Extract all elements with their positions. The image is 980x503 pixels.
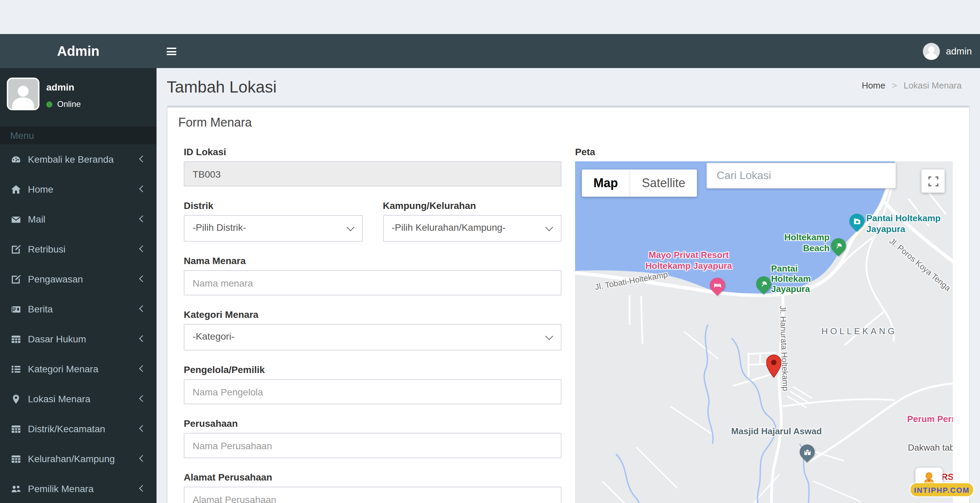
newspaper-icon xyxy=(11,304,21,314)
chevron-left-icon xyxy=(139,335,146,342)
navbar-username: admin xyxy=(946,46,972,56)
mosque-pin-icon[interactable] xyxy=(797,441,818,463)
sidebar-item-distrik-kecamatan[interactable]: Distrik/Kecamatan xyxy=(0,414,156,444)
sidebar-item-mail[interactable]: Mail xyxy=(0,204,156,234)
content-header: Tambah Lokasi Home > Lokasi Menara xyxy=(156,68,980,97)
satellite-view-button[interactable]: Satellite xyxy=(630,169,697,197)
brand-logo[interactable]: Admin xyxy=(0,34,156,68)
sidebar-item-kembali-ke-beranda[interactable]: Kembali ke Beranda xyxy=(0,144,156,174)
alamat-label: Alamat Perusahaan xyxy=(184,472,562,482)
pegman-icon xyxy=(926,472,932,479)
online-status-icon xyxy=(46,101,52,107)
page-title: Tambah Lokasi xyxy=(167,78,970,97)
chevron-left-icon xyxy=(139,425,146,432)
map-search xyxy=(706,163,896,189)
sidebar-item-berita[interactable]: Berita xyxy=(0,294,156,324)
sidebar-item-lokasi-menara[interactable]: Lokasi Menara xyxy=(0,384,156,414)
sidebar-item-home[interactable]: Home xyxy=(0,174,156,204)
perusahaan-label: Perusahaan xyxy=(184,418,562,429)
poi-pantai-holtekamp-jayapura-label[interactable]: Pantai HoltekampJayapura xyxy=(866,213,940,235)
chevron-left-icon xyxy=(139,275,146,282)
poi-pantai-holtekam-label[interactable]: PantaiHoltekamJayapura xyxy=(771,263,811,294)
locality-label-hollekang: HOLLEKANG xyxy=(821,326,897,337)
kampung-select[interactable]: -Pilih Kelurahan/Kampung- xyxy=(383,215,562,242)
chevron-left-icon xyxy=(139,305,146,312)
poi-holtekamp-beach-label[interactable]: HoltekampBeach xyxy=(768,232,830,254)
home-icon xyxy=(11,184,21,194)
map-column: Peta xyxy=(568,146,959,503)
nama-menara-field[interactable] xyxy=(184,270,562,295)
sidebar-avatar xyxy=(7,78,40,110)
breadcrumb-separator: > xyxy=(892,80,897,91)
sidebar-item-kelurahan-kampung[interactable]: Kelurahan/Kampung xyxy=(0,444,156,474)
map-view-button[interactable]: Map xyxy=(582,169,630,197)
breadcrumb-home-link[interactable]: Home xyxy=(862,80,885,91)
map-type-control: Map Satellite xyxy=(582,169,697,197)
table-icon xyxy=(11,334,21,344)
nama-menara-label: Nama Menara xyxy=(184,255,562,266)
map-marker-icon xyxy=(11,394,21,404)
table-icon xyxy=(11,424,21,434)
location-marker-icon[interactable] xyxy=(766,355,781,378)
chevron-left-icon xyxy=(139,455,146,462)
form-box-title: Form Menara xyxy=(167,108,969,138)
navbar-user-menu[interactable]: admin xyxy=(923,34,972,68)
sidebar-user-status: Online xyxy=(46,99,81,109)
main-content: Tambah Lokasi Home > Lokasi Menara Form … xyxy=(156,68,980,503)
edit-icon xyxy=(11,274,21,284)
sidebar-item-dasar-hukum[interactable]: Dasar Hukum xyxy=(0,324,156,354)
poi-dakwah-label[interactable]: Dakwah tab xyxy=(908,443,953,453)
sidebar-user-name: admin xyxy=(46,82,74,92)
chevron-left-icon xyxy=(139,485,146,492)
pengelola-label: Pengelola/Pemilik xyxy=(184,364,562,375)
navbar: Admin admin xyxy=(0,34,980,68)
admin-page: Admin admin admin Online Menu Kembali ke… xyxy=(0,0,980,503)
kategori-label: Kategori Menara xyxy=(184,309,562,320)
sidebar-item-retribusi[interactable]: Retribusi xyxy=(0,234,156,264)
users-icon xyxy=(11,484,21,494)
id-lokasi-field xyxy=(184,161,562,186)
fullscreen-icon xyxy=(928,176,938,186)
breadcrumb-current: Lokasi Menara xyxy=(904,80,962,91)
id-lokasi-label: ID Lokasi xyxy=(184,146,562,157)
search-input[interactable] xyxy=(706,163,896,189)
list-icon xyxy=(11,364,21,374)
hamburger-icon xyxy=(167,48,176,49)
distrik-select[interactable]: -Pilih Distrik- xyxy=(184,215,363,242)
chevron-left-icon xyxy=(139,245,146,252)
form-box: Form Menara ID Lokasi Distrik -Pilih Dis… xyxy=(167,105,970,503)
sidebar-item-pengawasan[interactable]: Pengawasan xyxy=(0,264,156,294)
pengelola-field[interactable] xyxy=(184,379,562,404)
sidebar: admin Online Menu Kembali ke Beranda Hom… xyxy=(0,68,156,503)
fullscreen-button[interactable] xyxy=(921,169,945,193)
map-canvas[interactable]: Map Satellite Mayo Pri xyxy=(575,161,953,503)
breadcrumb: Home > Lokasi Menara xyxy=(862,80,962,91)
sidebar-item-kategori-menara[interactable]: Kategori Menara xyxy=(0,354,156,384)
chevron-left-icon xyxy=(139,365,146,372)
chevron-left-icon xyxy=(139,156,146,162)
form-column: ID Lokasi Distrik -Pilih Distrik- xyxy=(177,146,568,503)
intiphp-watermark: INTIPHP.COM xyxy=(911,483,973,496)
poi-perum-label[interactable]: Perum Pern xyxy=(907,414,953,425)
dashboard-icon xyxy=(11,154,21,164)
sidebar-user-panel: admin Online xyxy=(0,68,156,127)
hotel-pin-icon[interactable] xyxy=(707,275,728,296)
poi-masjid-label[interactable]: Masjid Hajarul Aswad xyxy=(715,426,838,437)
chevron-left-icon xyxy=(139,185,146,192)
sidebar-toggle-button[interactable] xyxy=(156,34,188,68)
poi-mayo-resort-label[interactable]: Mayo Privat ResortHoltekamp Jayapura xyxy=(627,250,750,272)
beach-pin-icon[interactable] xyxy=(828,235,849,256)
sidebar-item-pemilik-menara[interactable]: Pemilik Menara xyxy=(0,474,156,503)
edit-icon xyxy=(11,244,21,254)
perusahaan-field[interactable] xyxy=(184,433,562,458)
distrik-label: Distrik xyxy=(184,200,363,211)
photo-spot-pin-icon[interactable] xyxy=(846,211,867,232)
kampung-label: Kampung/Kelurahan xyxy=(383,200,562,211)
chevron-left-icon xyxy=(139,395,146,402)
peta-label: Peta xyxy=(575,146,953,157)
alamat-field[interactable] xyxy=(184,487,562,503)
sidebar-menu-header: Menu xyxy=(0,127,156,144)
kategori-select[interactable]: -Kategori- xyxy=(184,324,562,350)
table-icon xyxy=(11,454,21,464)
chevron-left-icon xyxy=(139,215,146,222)
